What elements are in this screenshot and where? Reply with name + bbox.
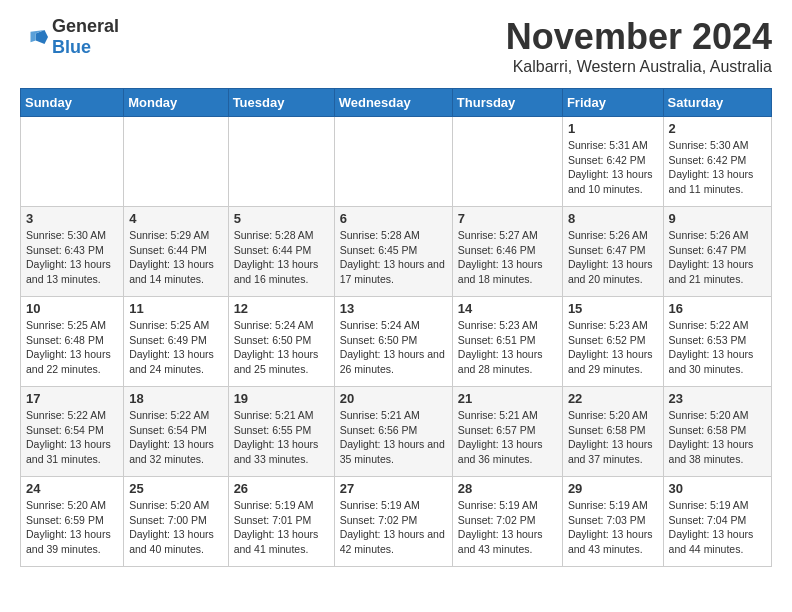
day-number: 1 (568, 121, 658, 136)
calendar-cell: 29Sunrise: 5:19 AM Sunset: 7:03 PM Dayli… (562, 477, 663, 567)
day-info: Sunrise: 5:19 AM Sunset: 7:02 PM Dayligh… (340, 498, 447, 557)
day-info: Sunrise: 5:30 AM Sunset: 6:43 PM Dayligh… (26, 228, 118, 287)
day-info: Sunrise: 5:25 AM Sunset: 6:48 PM Dayligh… (26, 318, 118, 377)
header-tuesday: Tuesday (228, 89, 334, 117)
calendar-cell: 26Sunrise: 5:19 AM Sunset: 7:01 PM Dayli… (228, 477, 334, 567)
calendar-cell: 19Sunrise: 5:21 AM Sunset: 6:55 PM Dayli… (228, 387, 334, 477)
logo: General Blue (20, 16, 119, 58)
day-info: Sunrise: 5:19 AM Sunset: 7:02 PM Dayligh… (458, 498, 557, 557)
day-number: 10 (26, 301, 118, 316)
calendar-cell (124, 117, 228, 207)
day-info: Sunrise: 5:31 AM Sunset: 6:42 PM Dayligh… (568, 138, 658, 197)
day-info: Sunrise: 5:21 AM Sunset: 6:56 PM Dayligh… (340, 408, 447, 467)
day-number: 16 (669, 301, 766, 316)
day-info: Sunrise: 5:24 AM Sunset: 6:50 PM Dayligh… (234, 318, 329, 377)
header-wednesday: Wednesday (334, 89, 452, 117)
day-number: 21 (458, 391, 557, 406)
day-info: Sunrise: 5:28 AM Sunset: 6:44 PM Dayligh… (234, 228, 329, 287)
calendar-cell: 13Sunrise: 5:24 AM Sunset: 6:50 PM Dayli… (334, 297, 452, 387)
calendar-cell: 15Sunrise: 5:23 AM Sunset: 6:52 PM Dayli… (562, 297, 663, 387)
day-number: 9 (669, 211, 766, 226)
calendar-cell: 21Sunrise: 5:21 AM Sunset: 6:57 PM Dayli… (452, 387, 562, 477)
title-area: November 2024 Kalbarri, Western Australi… (506, 16, 772, 76)
calendar-cell: 18Sunrise: 5:22 AM Sunset: 6:54 PM Dayli… (124, 387, 228, 477)
calendar-cell: 27Sunrise: 5:19 AM Sunset: 7:02 PM Dayli… (334, 477, 452, 567)
day-number: 3 (26, 211, 118, 226)
calendar-cell (21, 117, 124, 207)
day-info: Sunrise: 5:22 AM Sunset: 6:54 PM Dayligh… (129, 408, 222, 467)
header-thursday: Thursday (452, 89, 562, 117)
week-row-1: 1Sunrise: 5:31 AM Sunset: 6:42 PM Daylig… (21, 117, 772, 207)
calendar-cell: 1Sunrise: 5:31 AM Sunset: 6:42 PM Daylig… (562, 117, 663, 207)
calendar-cell: 8Sunrise: 5:26 AM Sunset: 6:47 PM Daylig… (562, 207, 663, 297)
day-number: 5 (234, 211, 329, 226)
calendar-cell: 20Sunrise: 5:21 AM Sunset: 6:56 PM Dayli… (334, 387, 452, 477)
day-info: Sunrise: 5:20 AM Sunset: 6:58 PM Dayligh… (669, 408, 766, 467)
logo-icon (20, 23, 48, 51)
day-info: Sunrise: 5:20 AM Sunset: 6:59 PM Dayligh… (26, 498, 118, 557)
day-number: 28 (458, 481, 557, 496)
calendar-cell: 16Sunrise: 5:22 AM Sunset: 6:53 PM Dayli… (663, 297, 771, 387)
day-info: Sunrise: 5:25 AM Sunset: 6:49 PM Dayligh… (129, 318, 222, 377)
day-number: 13 (340, 301, 447, 316)
calendar-cell: 24Sunrise: 5:20 AM Sunset: 6:59 PM Dayli… (21, 477, 124, 567)
day-info: Sunrise: 5:28 AM Sunset: 6:45 PM Dayligh… (340, 228, 447, 287)
calendar-cell: 11Sunrise: 5:25 AM Sunset: 6:49 PM Dayli… (124, 297, 228, 387)
calendar-cell (334, 117, 452, 207)
day-number: 12 (234, 301, 329, 316)
header: General Blue November 2024 Kalbarri, Wes… (20, 16, 772, 76)
day-number: 23 (669, 391, 766, 406)
calendar-cell: 14Sunrise: 5:23 AM Sunset: 6:51 PM Dayli… (452, 297, 562, 387)
calendar-cell: 4Sunrise: 5:29 AM Sunset: 6:44 PM Daylig… (124, 207, 228, 297)
day-number: 15 (568, 301, 658, 316)
day-info: Sunrise: 5:22 AM Sunset: 6:53 PM Dayligh… (669, 318, 766, 377)
day-info: Sunrise: 5:26 AM Sunset: 6:47 PM Dayligh… (568, 228, 658, 287)
week-row-4: 17Sunrise: 5:22 AM Sunset: 6:54 PM Dayli… (21, 387, 772, 477)
day-number: 8 (568, 211, 658, 226)
day-info: Sunrise: 5:19 AM Sunset: 7:04 PM Dayligh… (669, 498, 766, 557)
day-number: 18 (129, 391, 222, 406)
week-row-3: 10Sunrise: 5:25 AM Sunset: 6:48 PM Dayli… (21, 297, 772, 387)
day-info: Sunrise: 5:23 AM Sunset: 6:52 PM Dayligh… (568, 318, 658, 377)
logo-text-blue: Blue (52, 37, 91, 57)
week-row-2: 3Sunrise: 5:30 AM Sunset: 6:43 PM Daylig… (21, 207, 772, 297)
calendar-cell: 5Sunrise: 5:28 AM Sunset: 6:44 PM Daylig… (228, 207, 334, 297)
calendar-cell: 3Sunrise: 5:30 AM Sunset: 6:43 PM Daylig… (21, 207, 124, 297)
calendar-header-row: SundayMondayTuesdayWednesdayThursdayFrid… (21, 89, 772, 117)
calendar-table: SundayMondayTuesdayWednesdayThursdayFrid… (20, 88, 772, 567)
subtitle: Kalbarri, Western Australia, Australia (506, 58, 772, 76)
header-monday: Monday (124, 89, 228, 117)
header-friday: Friday (562, 89, 663, 117)
calendar-cell: 17Sunrise: 5:22 AM Sunset: 6:54 PM Dayli… (21, 387, 124, 477)
week-row-5: 24Sunrise: 5:20 AM Sunset: 6:59 PM Dayli… (21, 477, 772, 567)
day-info: Sunrise: 5:29 AM Sunset: 6:44 PM Dayligh… (129, 228, 222, 287)
logo-text-general: General (52, 16, 119, 36)
day-number: 2 (669, 121, 766, 136)
calendar-cell: 30Sunrise: 5:19 AM Sunset: 7:04 PM Dayli… (663, 477, 771, 567)
calendar-cell (228, 117, 334, 207)
day-info: Sunrise: 5:26 AM Sunset: 6:47 PM Dayligh… (669, 228, 766, 287)
day-number: 6 (340, 211, 447, 226)
day-number: 25 (129, 481, 222, 496)
day-info: Sunrise: 5:24 AM Sunset: 6:50 PM Dayligh… (340, 318, 447, 377)
day-number: 29 (568, 481, 658, 496)
calendar-cell: 6Sunrise: 5:28 AM Sunset: 6:45 PM Daylig… (334, 207, 452, 297)
day-number: 22 (568, 391, 658, 406)
calendar-cell: 9Sunrise: 5:26 AM Sunset: 6:47 PM Daylig… (663, 207, 771, 297)
header-sunday: Sunday (21, 89, 124, 117)
day-info: Sunrise: 5:21 AM Sunset: 6:57 PM Dayligh… (458, 408, 557, 467)
main-title: November 2024 (506, 16, 772, 58)
day-info: Sunrise: 5:19 AM Sunset: 7:03 PM Dayligh… (568, 498, 658, 557)
calendar-cell: 12Sunrise: 5:24 AM Sunset: 6:50 PM Dayli… (228, 297, 334, 387)
header-saturday: Saturday (663, 89, 771, 117)
day-number: 17 (26, 391, 118, 406)
day-info: Sunrise: 5:27 AM Sunset: 6:46 PM Dayligh… (458, 228, 557, 287)
calendar-cell: 2Sunrise: 5:30 AM Sunset: 6:42 PM Daylig… (663, 117, 771, 207)
calendar-cell: 23Sunrise: 5:20 AM Sunset: 6:58 PM Dayli… (663, 387, 771, 477)
calendar-cell: 7Sunrise: 5:27 AM Sunset: 6:46 PM Daylig… (452, 207, 562, 297)
day-number: 4 (129, 211, 222, 226)
day-info: Sunrise: 5:23 AM Sunset: 6:51 PM Dayligh… (458, 318, 557, 377)
day-info: Sunrise: 5:19 AM Sunset: 7:01 PM Dayligh… (234, 498, 329, 557)
day-info: Sunrise: 5:21 AM Sunset: 6:55 PM Dayligh… (234, 408, 329, 467)
day-number: 7 (458, 211, 557, 226)
